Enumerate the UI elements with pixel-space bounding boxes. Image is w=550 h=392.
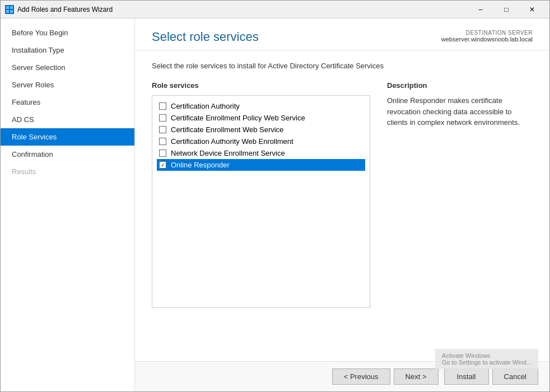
footer-action-buttons: Install Cancel (444, 368, 538, 385)
service-label-cert-enrollment-policy: Certificate Enrollment Policy Web Servic… (171, 114, 305, 122)
two-column-layout: Role services Certification Authority Ce… (152, 81, 533, 350)
title-bar: Add Roles and Features Wizard – □ ✕ (1, 1, 549, 18)
sidebar-item-before-you-begin[interactable]: Before You Begin (1, 24, 134, 41)
destination-server-info: DESTINATION SERVER webserver.windowsnoob… (441, 30, 533, 43)
page-title: Select role services (152, 30, 441, 44)
service-checkbox-cert-authority-web[interactable] (159, 138, 166, 145)
service-label-cert-authority-web: Certification Authority Web Enrollment (171, 137, 293, 146)
window-title: Add Roles and Features Wizard (17, 6, 468, 13)
page-header: Select role services DESTINATION SERVER … (135, 18, 549, 50)
app-icon (5, 5, 14, 14)
description-column: Description Online Responder makes certi… (387, 81, 533, 350)
service-checkbox-network-device[interactable] (159, 150, 166, 157)
sidebar-item-ad-cs[interactable]: AD CS (1, 111, 134, 128)
role-services-header: Role services (152, 81, 370, 90)
cancel-button[interactable]: Cancel (492, 368, 538, 385)
service-item-cert-enrollment-web[interactable]: Certificate Enrollment Web Service (157, 124, 365, 136)
close-button[interactable]: ✕ (519, 1, 545, 18)
footer-nav-buttons: < Previous Next > (332, 368, 439, 385)
content-area: Before You Begin Installation Type Serve… (1, 18, 549, 391)
destination-label: DESTINATION SERVER (441, 30, 533, 36)
description-header: Description (387, 81, 533, 90)
service-item-online-responder[interactable]: Online Responder (157, 159, 365, 171)
service-item-cert-authority-web[interactable]: Certification Authority Web Enrollment (157, 136, 365, 147)
service-label-cert-authority: Certification Authority (171, 102, 240, 110)
sidebar-item-results: Results (1, 163, 134, 180)
svg-rect-3 (10, 10, 13, 13)
service-checkbox-cert-enrollment-web[interactable] (159, 126, 166, 133)
services-list-box: Certification Authority Certificate Enro… (152, 95, 370, 308)
sidebar-item-server-selection[interactable]: Server Selection (1, 59, 134, 76)
service-item-cert-authority[interactable]: Certification Authority (157, 100, 365, 112)
sidebar-item-role-services[interactable]: Role Services (1, 128, 134, 146)
previous-button[interactable]: < Previous (332, 368, 390, 385)
service-item-cert-enrollment-policy[interactable]: Certificate Enrollment Policy Web Servic… (157, 112, 365, 124)
page-description: Select the role services to install for … (152, 62, 533, 70)
sidebar: Before You Begin Installation Type Serve… (1, 18, 135, 391)
maximize-button[interactable]: □ (493, 1, 519, 18)
svg-rect-1 (10, 6, 13, 9)
destination-server-value: webserver.windowsnoob.lab.local (441, 36, 533, 43)
body-content: Select the role services to install for … (135, 50, 549, 361)
page-header-left: Select role services (152, 30, 441, 44)
description-text: Online Responder makes certificate revoc… (387, 95, 533, 128)
svg-rect-2 (6, 10, 9, 13)
sidebar-item-features[interactable]: Features (1, 94, 134, 111)
install-button[interactable]: Install (444, 368, 489, 385)
role-services-column: Role services Certification Authority Ce… (152, 81, 370, 350)
service-label-network-device: Network Device Enrollment Service (171, 149, 285, 157)
wizard-window: Add Roles and Features Wizard – □ ✕ Befo… (0, 0, 550, 392)
minimize-button[interactable]: – (468, 1, 493, 18)
service-checkbox-cert-authority[interactable] (159, 102, 166, 110)
window-controls: – □ ✕ (468, 1, 545, 18)
footer: < Previous Next > Install Cancel Activat… (135, 361, 549, 391)
sidebar-item-installation-type[interactable]: Installation Type (1, 41, 134, 59)
next-button[interactable]: Next > (394, 368, 439, 385)
service-checkbox-online-responder[interactable] (159, 161, 166, 169)
sidebar-item-confirmation[interactable]: Confirmation (1, 146, 134, 163)
service-checkbox-cert-enrollment-policy[interactable] (159, 114, 166, 122)
sidebar-item-server-roles[interactable]: Server Roles (1, 76, 134, 94)
service-item-network-device[interactable]: Network Device Enrollment Service (157, 147, 365, 159)
service-label-online-responder: Online Responder (171, 161, 230, 169)
svg-rect-0 (6, 6, 9, 9)
main-content: Select role services DESTINATION SERVER … (135, 18, 549, 391)
service-label-cert-enrollment-web: Certificate Enrollment Web Service (171, 125, 283, 134)
